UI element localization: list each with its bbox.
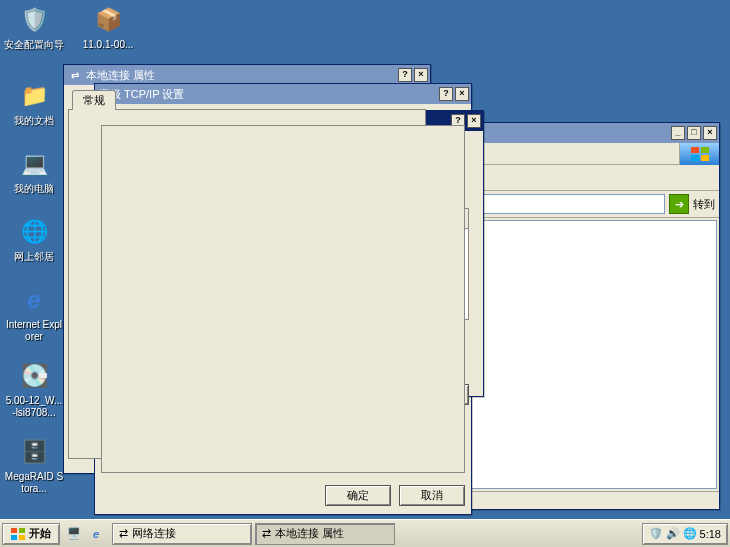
taskbar-item[interactable]: ⇄网络连接 <box>112 523 252 545</box>
windows-logo-icon <box>679 143 719 165</box>
desktop-icon-driver[interactable]: 💽 5.00-12_W... -lsi8708... <box>4 360 64 419</box>
close-button[interactable]: × <box>414 68 428 82</box>
desktop-icon-megaraid[interactable]: 🗄️ MegaRAID Stora... <box>4 436 64 495</box>
svg-rect-2 <box>691 155 699 161</box>
window-icon: ⇄ <box>262 527 271 540</box>
network-icon: ⇄ <box>68 68 82 82</box>
arrow-right-icon: ➔ <box>675 198 684 211</box>
minimize-button[interactable]: _ <box>671 126 685 140</box>
window-title: 本地连接 属性 <box>86 68 398 83</box>
titlebar[interactable]: ⇄ 本地连接 属性 ? × <box>64 65 430 85</box>
desktop-icon-security-wizard[interactable]: 🛡️ 安全配置向导 <box>4 4 64 51</box>
svg-rect-3 <box>701 155 709 161</box>
statusbar <box>466 491 719 509</box>
titlebar[interactable]: _ □ × <box>466 123 719 143</box>
ie-icon: e <box>93 528 99 540</box>
svg-rect-1 <box>701 147 709 153</box>
menubar[interactable] <box>466 143 679 165</box>
ie-icon: e <box>18 284 50 316</box>
svg-rect-5 <box>19 528 25 533</box>
server-icon: 🗄️ <box>18 436 50 468</box>
close-button[interactable]: × <box>455 87 469 101</box>
go-label: 转到 <box>693 197 715 212</box>
help-button[interactable]: ? <box>439 87 453 101</box>
advanced-tcpip-dialog[interactable]: 高级 TCP/IP 设置 ? × x 确定 取消 <box>94 83 472 515</box>
svg-rect-6 <box>11 535 17 540</box>
svg-rect-0 <box>691 147 699 153</box>
close-button[interactable]: × <box>703 126 717 140</box>
maximize-button[interactable]: □ <box>687 126 701 140</box>
desktop-icon-network-places[interactable]: 🌐 网上邻居 <box>4 216 64 263</box>
tab-general[interactable]: 常规 <box>72 90 116 110</box>
help-button[interactable]: ? <box>398 68 412 82</box>
go-button[interactable]: ➔ <box>669 194 689 214</box>
start-button[interactable]: 开始 <box>2 523 60 545</box>
desktop-icon: 🖥️ <box>67 527 81 540</box>
desktop-icon-label: 网上邻居 <box>4 251 64 263</box>
desktop-icon-label: 我的文档 <box>4 115 64 127</box>
installer-icon: 💽 <box>18 360 50 392</box>
taskbar: 开始 🖥️ e ⇄网络连接⇄本地连接 属性 🛡️ 🔊 🌐 5:18 <box>0 519 730 547</box>
desktop-icon-label: 5.00-12_W... -lsi8708... <box>4 395 64 419</box>
desktop-icon-label: Internet Explorer <box>4 319 64 343</box>
windows-logo-icon <box>11 528 25 540</box>
desktop-icon-label: 安全配置向导 <box>4 39 64 51</box>
desktop-icon-label: MegaRAID Stora... <box>4 471 64 495</box>
toolbar[interactable] <box>466 165 719 191</box>
desktop-icon-label: 我的电脑 <box>4 183 64 195</box>
network-icon: 🌐 <box>18 216 50 248</box>
desktop-icon-internet-explorer[interactable]: e Internet Explorer <box>4 284 64 343</box>
folder-icon: 📁 <box>18 80 50 112</box>
ok-button[interactable]: 确定 <box>325 485 391 506</box>
tray-icon[interactable]: 🔊 <box>666 527 680 540</box>
taskbar-item-label: 网络连接 <box>132 526 176 541</box>
tray-icon[interactable]: 🛡️ <box>649 527 663 540</box>
taskbar-item-label: 本地连接 属性 <box>275 526 344 541</box>
start-label: 开始 <box>29 526 51 541</box>
svg-rect-7 <box>19 535 25 540</box>
explorer-content[interactable] <box>468 220 717 489</box>
archive-icon: 📦 <box>92 4 124 36</box>
window-icon: ⇄ <box>119 527 128 540</box>
clock: 5:18 <box>700 528 721 540</box>
taskbar-item[interactable]: ⇄本地连接 属性 <box>255 523 395 545</box>
system-tray[interactable]: 🛡️ 🔊 🌐 5:18 <box>642 523 728 545</box>
computer-icon: 💻 <box>18 148 50 180</box>
cancel-button[interactable]: 取消 <box>399 485 465 506</box>
desktop-icon-my-documents[interactable]: 📁 我的文档 <box>4 80 64 127</box>
shield-icon: 🛡️ <box>18 4 50 36</box>
desktop-icon-archive[interactable]: 📦 11.0.1-00... <box>78 4 138 51</box>
explorer-window[interactable]: _ □ × ➔ 转到 <box>465 122 720 510</box>
desktop-icon-my-computer[interactable]: 💻 我的电脑 <box>4 148 64 195</box>
svg-rect-4 <box>11 528 17 533</box>
quicklaunch-item[interactable]: 🖥️ <box>64 524 84 544</box>
close-button[interactable]: × <box>467 114 481 128</box>
desktop-icon-label: 11.0.1-00... <box>78 39 138 51</box>
quicklaunch-item[interactable]: e <box>86 524 106 544</box>
tray-icon[interactable]: 🌐 <box>683 527 697 540</box>
address-input[interactable] <box>470 194 665 214</box>
